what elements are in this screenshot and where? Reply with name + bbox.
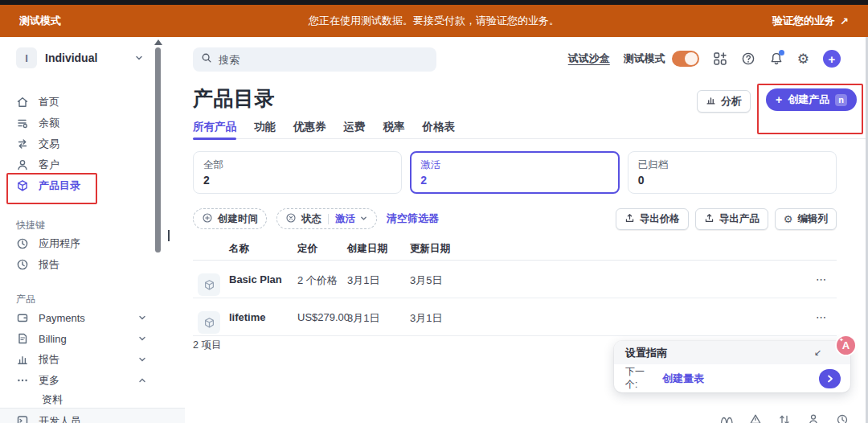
sidebar-item-label: 余额 bbox=[39, 116, 59, 130]
sidebar-item-reports[interactable]: 报告 bbox=[0, 349, 158, 370]
test-mode-banner: 测试模式 您正在使用测试数据。要接受付款，请验证您的业务。 验证您的业务 ↗ bbox=[0, 5, 868, 37]
items-count: 2 项目 bbox=[193, 339, 221, 351]
account-name: Individual bbox=[45, 51, 97, 64]
translate-extension-badge[interactable]: ✦ A bbox=[835, 335, 857, 356]
tab-shipping[interactable]: 运费 bbox=[344, 120, 366, 138]
setup-guide-panel: 设置指南 ↙ ✦ A 下一个: 创建量表 bbox=[614, 341, 850, 392]
table-header-row: 名称 定价 创建日期 更新日期 bbox=[193, 236, 837, 261]
row-actions-menu[interactable]: ⋯ bbox=[816, 273, 827, 285]
apps-grid-icon[interactable] bbox=[713, 51, 727, 66]
settings-gear-icon[interactable]: ⚙ bbox=[797, 52, 809, 66]
keyboard-shortcut-badge: n bbox=[835, 94, 847, 106]
next-step-label: 下一个: bbox=[625, 366, 649, 391]
card-all[interactable]: 全部 2 bbox=[193, 151, 402, 194]
plus-circle-icon bbox=[202, 212, 213, 226]
clear-filters-link[interactable]: 清空筛选器 bbox=[387, 212, 439, 226]
chevron-up-icon bbox=[138, 376, 146, 384]
column-header-created: 创建日期 bbox=[347, 242, 387, 256]
products-table: 名称 定价 创建日期 更新日期 Basic Plan 2 个价格 3月1日 3月… bbox=[193, 236, 837, 336]
verify-business-link[interactable]: 验证您的业务 ↗ bbox=[772, 14, 849, 28]
export-icon bbox=[704, 213, 714, 226]
sidebar-item-more[interactable]: 更多 bbox=[0, 370, 158, 391]
sidebar-item-label: 客户 bbox=[39, 158, 59, 172]
sidebar-item-label: Billing bbox=[39, 333, 67, 345]
sidebar-shortcuts-section: 快捷键 应用程序 报告 bbox=[0, 219, 158, 275]
test-mode-label: 测试模式 bbox=[624, 51, 665, 66]
notifications-bell-icon[interactable] bbox=[769, 51, 784, 66]
setup-guide-title: 设置指南 bbox=[625, 346, 667, 360]
cube-icon bbox=[16, 179, 29, 192]
search-input[interactable] bbox=[219, 54, 428, 66]
sidebar-item-developers[interactable]: 开发人员 bbox=[0, 408, 185, 423]
sidebar-item-label: 资料 bbox=[42, 392, 63, 407]
sidebar-item-label: 首页 bbox=[39, 95, 59, 109]
account-avatar: I bbox=[16, 47, 37, 68]
chevron-down-icon bbox=[138, 314, 146, 322]
sparkle-icon: ✦ bbox=[839, 337, 844, 343]
table-row-basic-plan[interactable]: Basic Plan 2 个价格 3月1日 3月5日 ⋯ bbox=[193, 261, 837, 298]
ellipsis-icon bbox=[16, 374, 29, 387]
column-header-name: 名称 bbox=[229, 242, 249, 256]
status-filter-chip[interactable]: 状态 激活 bbox=[276, 208, 377, 229]
chevron-down-icon bbox=[135, 54, 143, 62]
banner-message: 您正在使用测试数据。要接受付款，请验证您的业务。 bbox=[0, 14, 868, 28]
swap-arrows-icon bbox=[16, 138, 29, 150]
next-step-link[interactable]: 创建量表 bbox=[662, 372, 704, 386]
table-row-lifetime[interactable]: lifetime US$279.00 3月1日 3月1日 ⋯ bbox=[193, 298, 837, 336]
tab-coupons[interactable]: 优惠券 bbox=[293, 120, 326, 138]
add-filter-chip-created[interactable]: 创建时间 bbox=[193, 208, 267, 229]
export-products-button[interactable]: 导出产品 bbox=[695, 208, 768, 230]
search-icon bbox=[201, 52, 212, 67]
external-link-arrow-icon: ↗ bbox=[840, 15, 849, 27]
card-archived[interactable]: 已归档 0 bbox=[628, 151, 837, 194]
tab-pricing-tables[interactable]: 价格表 bbox=[423, 120, 456, 138]
tab-features[interactable]: 功能 bbox=[254, 120, 276, 138]
person-outline-icon bbox=[807, 413, 820, 423]
sidebar-scrollbar-up-arrow[interactable] bbox=[154, 39, 162, 45]
export-prices-button[interactable]: 导出价格 bbox=[616, 208, 689, 230]
help-icon[interactable] bbox=[741, 51, 755, 66]
sidebar-item-profile[interactable]: 资料 bbox=[0, 391, 158, 409]
account-switcher[interactable]: I Individual bbox=[16, 47, 143, 68]
shortcuts-section-label: 快捷键 bbox=[0, 219, 158, 233]
home-icon bbox=[16, 96, 29, 109]
sidebar-item-reports-shortcut[interactable]: 报告 bbox=[0, 254, 158, 275]
sidebar-item-label: 报告 bbox=[39, 352, 59, 367]
search-bar[interactable] bbox=[193, 47, 436, 72]
arcs-icon bbox=[720, 413, 733, 423]
row-actions-menu[interactable]: ⋯ bbox=[816, 311, 827, 323]
sidebar-item-label: 开发人员 bbox=[39, 414, 80, 423]
header-actions: 试试沙盒 测试模式 ⚙ + bbox=[568, 46, 841, 72]
edit-columns-button[interactable]: ⚙ 编辑列 bbox=[775, 208, 837, 230]
product-cube-icon bbox=[198, 273, 220, 296]
card-active[interactable]: 激活 2 bbox=[410, 151, 619, 194]
notification-dot bbox=[779, 50, 784, 55]
clock-icon bbox=[16, 237, 29, 250]
main-content: 试试沙盒 测试模式 ⚙ + 产品目录 分析 + 创建产品 n bbox=[185, 37, 868, 423]
sort-arrows-icon bbox=[778, 413, 791, 423]
x-circle-icon bbox=[285, 212, 297, 226]
tab-bar: 所有产品 功能 优惠券 运费 税率 价格表 bbox=[193, 120, 868, 139]
table-actions: 导出价格 导出产品 ⚙ 编辑列 bbox=[616, 208, 837, 230]
sidebar-item-apps[interactable]: 应用程序 bbox=[0, 233, 158, 254]
column-header-pricing: 定价 bbox=[297, 242, 317, 256]
sidebar-scrollbar-thumb[interactable] bbox=[155, 47, 161, 253]
balance-icon bbox=[16, 117, 29, 129]
sidebar-item-billing[interactable]: Billing bbox=[0, 328, 158, 349]
test-mode-toggle[interactable] bbox=[672, 51, 699, 67]
setup-guide-header[interactable]: 设置指南 ↙ bbox=[614, 341, 850, 364]
clock-outline-icon bbox=[836, 413, 849, 423]
next-step-button[interactable] bbox=[819, 369, 841, 388]
sidebar-item-payments[interactable]: Payments bbox=[0, 307, 158, 328]
sidebar-item-label: Payments bbox=[39, 312, 85, 324]
tab-all-products[interactable]: 所有产品 bbox=[193, 120, 236, 138]
sidebar-item-label: 更多 bbox=[39, 373, 59, 388]
chevron-down-icon bbox=[138, 355, 146, 363]
collapse-icon[interactable]: ↙ bbox=[814, 347, 821, 358]
sandbox-link[interactable]: 试试沙盒 bbox=[568, 51, 610, 66]
tab-tax-rates[interactable]: 税率 bbox=[383, 120, 405, 138]
analyze-button[interactable]: 分析 bbox=[697, 90, 751, 113]
sidebar-item-label: 报告 bbox=[39, 257, 59, 272]
create-menu-button[interactable]: + bbox=[823, 50, 841, 68]
create-product-button[interactable]: + 创建产品 n bbox=[766, 88, 857, 111]
